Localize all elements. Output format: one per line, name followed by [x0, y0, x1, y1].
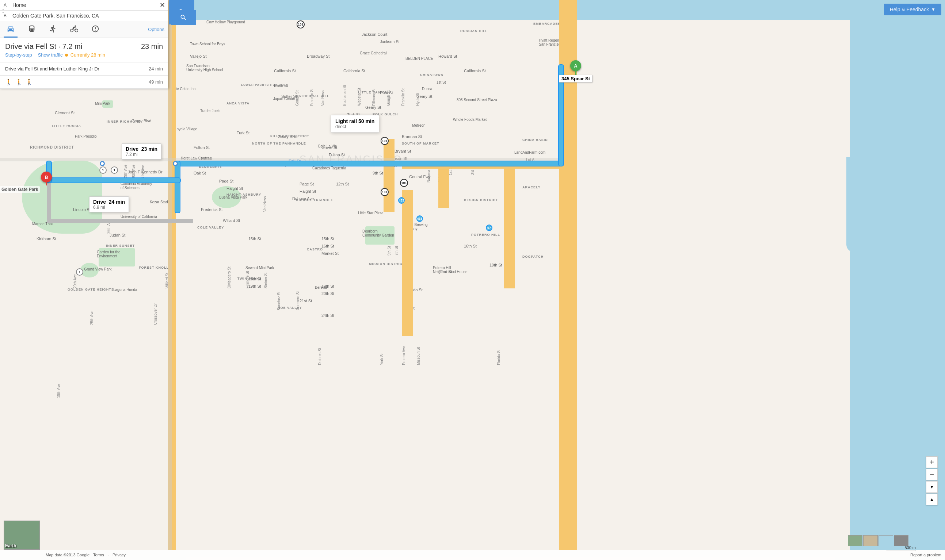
street-1st: 1st St	[449, 29, 453, 175]
street-9th: 9th St	[373, 171, 383, 175]
district-fillmore: FILLMORE DISTRICT	[270, 134, 309, 138]
marker-a: A 345 Spear St	[559, 60, 592, 83]
tab-transit[interactable]	[25, 21, 39, 38]
traffic-info: Show traffic Currently 28 min	[38, 52, 105, 58]
swap-icon[interactable]: ↕	[2, 7, 5, 15]
alt-route-1-time: 24 min	[149, 66, 163, 72]
street-willard: Willard St	[223, 218, 240, 223]
poi-cafe-la-vie: Cafe La Vie	[318, 144, 337, 148]
earth-thumbnail[interactable]: Earth	[4, 521, 40, 550]
route-tooltip-primary[interactable]: Drive 23 min 7.2 mi	[122, 143, 162, 160]
marker-a-stem	[575, 71, 577, 75]
badge-1-grandview: 1	[76, 268, 83, 275]
waypoint-inner	[100, 161, 105, 166]
poi-whole-foods: Whole Foods Market	[453, 118, 487, 122]
location-b-input[interactable]	[12, 13, 164, 18]
district-dogpatch: DOGPATCH	[523, 255, 544, 258]
map-search-button[interactable]	[171, 10, 196, 25]
map-container: SAN FRANCISCO RICHMOND DISTRICT INNER RI…	[0, 0, 945, 560]
hwy-280-se	[504, 161, 515, 288]
street-page: Page St	[219, 179, 233, 183]
street-florida: Florida St	[497, 255, 501, 365]
route-tooltip-alt-title: Drive 24 min	[93, 199, 125, 205]
tilt-button[interactable]: ▼	[926, 481, 938, 493]
street-california: California St	[274, 69, 296, 73]
district-mission: MISSION DISTRICT	[369, 262, 405, 266]
street-sanchez: Sanchez St	[277, 201, 281, 310]
location-a-input[interactable]	[12, 2, 164, 8]
street-buchanan: Buchanan St	[343, 33, 347, 106]
alt-route-1[interactable]: Drive via Fell St and Martin Luther King…	[0, 62, 168, 75]
street-market: Market St	[321, 251, 339, 255]
footer-terms[interactable]: Terms	[93, 553, 104, 557]
help-feedback-button[interactable]: Help & Feedback ▼	[884, 4, 941, 15]
layer-icon-3[interactable]	[879, 535, 893, 546]
street-duboce: Duboce Ave	[292, 196, 314, 201]
street-geary-blvd-2: Geary Blvd	[277, 134, 298, 139]
poi-seward: Seward Mini Park	[245, 266, 274, 270]
street-19th: 19th St	[248, 284, 261, 288]
compass-button[interactable]: ▲	[926, 494, 938, 505]
district-design: DESIGN DISTRICT	[464, 198, 498, 202]
tab-other[interactable]	[88, 21, 102, 38]
chevron-down-icon: ▼	[931, 7, 936, 12]
zoom-out-button[interactable]: −	[926, 469, 938, 480]
street-20th-ave: 20th Ave	[73, 106, 77, 288]
poi-town-school: Town School for Boys	[190, 42, 225, 46]
search-icon	[180, 14, 187, 21]
poi-cal-academy: California Academyof Sciences	[120, 182, 152, 190]
street-vallejo: Vallejo St	[190, 54, 207, 58]
route-name: Drive via Fell St · 7.2 mi	[5, 42, 82, 51]
tab-car[interactable]	[4, 21, 17, 38]
layer-icon-1[interactable]	[848, 535, 862, 546]
route-tooltip-alt[interactable]: Drive 24 min 6.9 mi	[89, 196, 129, 212]
district-aracely: ARACELY	[523, 185, 541, 189]
street-fillmore: Fillmore St	[372, 33, 376, 106]
tab-bike[interactable]	[67, 21, 81, 38]
step-by-step-link[interactable]: Step-by-step	[5, 52, 32, 58]
poi-cazadores: Cazadores Taquerria	[312, 166, 346, 170]
route-summary[interactable]: Drive via Fell St · 7.2 mi 23 min Step-b…	[0, 38, 168, 62]
layer-icon-2[interactable]	[863, 535, 878, 546]
district-china-basin: CHINA BASIN	[523, 138, 548, 142]
street-25th-ave: 25th Ave	[90, 106, 94, 325]
street-hyde: Hyde St	[416, 33, 420, 106]
poi-potrero-house: Potrero HillNeighborhood House	[433, 266, 467, 274]
shield-57: 57	[486, 225, 492, 231]
street-29th-ave: 29th Ave	[123, 106, 128, 179]
street-18th: 18th St	[248, 277, 261, 281]
zoom-in-button[interactable]: +	[926, 456, 938, 468]
poi-land-farm: LandAndFarm.com	[514, 151, 546, 154]
footer-privacy[interactable]: Privacy	[113, 553, 126, 557]
street-brannan: Brannan St	[402, 134, 422, 139]
route-time: 23 min	[141, 42, 163, 51]
footer-report-link[interactable]: Report a problem	[910, 553, 941, 557]
street-franklin: Franklin St	[401, 33, 405, 106]
light-rail-subtitle: direct	[335, 124, 375, 129]
street-haight-2: Haight St	[299, 189, 316, 194]
tab-walk[interactable]	[46, 21, 60, 38]
hwy-101-south	[402, 190, 413, 336]
marker-b-stem	[46, 183, 47, 185]
alt-route-walking[interactable]: 🚶 🚶 🚶 49 min	[0, 75, 168, 89]
poi-loyola: Loyola Village	[174, 127, 197, 131]
map-footer: Map data ©2013 Google Terms · Privacy Re…	[0, 550, 945, 560]
marker-a-label: 345 Spear St	[559, 75, 592, 83]
district-north-pan: NORTH OF THE PANHANDLE	[252, 142, 306, 145]
close-button[interactable]: ✕	[160, 1, 165, 9]
shield-101-top: 101	[297, 20, 305, 28]
show-traffic-link[interactable]: Show traffic	[38, 52, 63, 58]
marker-b: B	[41, 172, 52, 185]
district-potrero: POTRERO HILL	[471, 233, 500, 237]
street-van-ness-2: Van Ness	[263, 29, 267, 212]
light-rail-tooltip[interactable]: Light rail 50 min direct	[331, 115, 379, 132]
garden-environment	[99, 248, 135, 266]
traffic-dot	[65, 54, 68, 57]
street-crossover: Crossover Dr	[153, 106, 157, 325]
geary-blvd-line	[0, 158, 559, 162]
options-link[interactable]: Options	[148, 27, 164, 32]
footer-report[interactable]: Report a problem	[910, 553, 941, 557]
poi-laguna-honda: Laguna Honda	[113, 288, 137, 292]
layer-icon-4[interactable]	[894, 535, 908, 546]
poi-cow-hollow: Cow Hollow Playground	[207, 20, 245, 24]
